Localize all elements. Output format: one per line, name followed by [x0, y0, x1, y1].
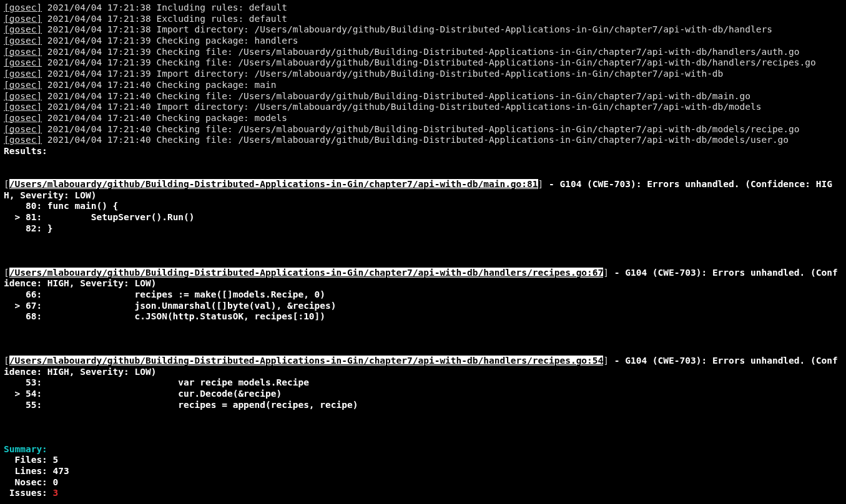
gosec-tag: [gosec]	[4, 14, 42, 24]
summary-issues-value: 3	[53, 488, 59, 498]
summary-row: Files: 5	[4, 455, 58, 465]
gosec-tag: [gosec]	[4, 36, 42, 46]
gosec-tag: [gosec]	[4, 113, 42, 123]
finding-path: /Users/mlabouardy/github/Building-Distri…	[9, 356, 604, 366]
summary-row: Nosec: 0	[4, 477, 58, 487]
gosec-tag: [gosec]	[4, 47, 42, 57]
gosec-tag: [gosec]	[4, 24, 42, 34]
summary-title: Summary:	[4, 444, 47, 454]
finding-code-line: 53: var recipe models.Recipe	[4, 377, 309, 387]
finding-path: /Users/mlabouardy/github/Building-Distri…	[9, 268, 604, 278]
gosec-tag: [gosec]	[4, 2, 42, 12]
gosec-tag: [gosec]	[4, 57, 42, 67]
finding-code-line: > 67: json.Unmarshal([]byte(val), &recip…	[4, 301, 337, 311]
gosec-tag: [gosec]	[4, 135, 42, 145]
summary-row: Lines: 473	[4, 466, 69, 476]
finding-code-line: 66: recipes := make([]models.Recipe, 0)	[4, 289, 325, 299]
gosec-tag: [gosec]	[4, 124, 42, 134]
finding-code-line: 80: func main() {	[4, 201, 118, 211]
results-header: Results:	[4, 146, 47, 156]
terminal-output: [gosec] 2021/04/04 17:21:38 Including ru…	[0, 0, 846, 502]
finding-code-line: > 54: cur.Decode(&recipe)	[4, 389, 282, 399]
gosec-tag: [gosec]	[4, 102, 42, 112]
finding-code-line: 68: c.JSON(http.StatusOK, recipes[:10])	[4, 311, 325, 321]
gosec-tag: [gosec]	[4, 91, 42, 101]
finding-code-line: > 81: SetupServer().Run()	[4, 212, 195, 222]
finding-path: /Users/mlabouardy/github/Building-Distri…	[9, 179, 538, 189]
gosec-tag: [gosec]	[4, 69, 42, 79]
gosec-tag: [gosec]	[4, 80, 42, 90]
summary-issues-label: Issues:	[4, 488, 53, 498]
finding-code-line: 55: recipes = append(recipes, recipe)	[4, 400, 358, 410]
finding-code-line: 82: }	[4, 223, 53, 233]
